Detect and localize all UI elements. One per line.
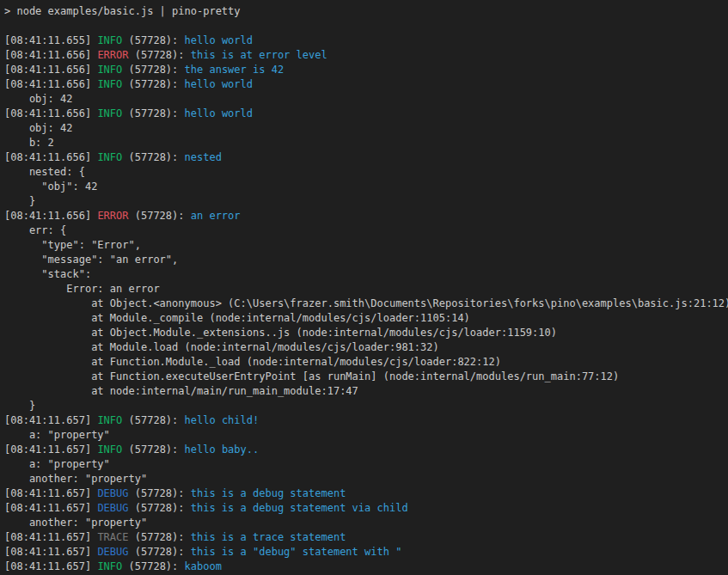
log-message: this is at error level xyxy=(191,49,327,61)
terminal-line: [08:41:11.657] DEBUG (57728): this is a … xyxy=(4,486,728,501)
log-level-badge: INFO xyxy=(97,64,122,76)
log-text: (57728): xyxy=(129,502,191,514)
terminal-line: [08:41:11.657] TRACE (57728): this is a … xyxy=(4,530,728,545)
log-text: a: "property" xyxy=(4,458,110,470)
log-text: [08:41:11.656] xyxy=(4,78,97,90)
terminal-line: [08:41:11.657] INFO (57728): hello baby.… xyxy=(4,443,728,457)
terminal-line: err: { xyxy=(4,223,728,238)
log-message: nested xyxy=(185,151,222,163)
log-message: this is a debug statement xyxy=(191,487,346,499)
log-text: (57728): xyxy=(122,34,184,46)
log-text: [08:41:11.656] xyxy=(4,64,97,76)
shell-command-line: > node examples/basic.js | pino-pretty xyxy=(4,4,728,19)
log-text: [08:41:11.656] xyxy=(4,107,97,119)
log-message: this is a debug statement via child xyxy=(191,502,408,514)
log-text: (57728): xyxy=(122,64,184,76)
log-text: err: { xyxy=(4,224,66,236)
log-text: (57728): xyxy=(122,443,184,456)
terminal-line: at Function.executeUserEntryPoint [as ru… xyxy=(4,370,728,384)
log-text: (57728): xyxy=(129,531,191,543)
terminal-line: [08:41:11.657] DEBUG (57728): this is a … xyxy=(4,545,728,560)
terminal-line: [08:41:11.657] DEBUG (57728): this is a … xyxy=(4,501,728,516)
log-message: hello world xyxy=(185,34,253,46)
log-level-badge: INFO xyxy=(97,34,122,46)
terminal-line: [08:41:11.656] ERROR (57728): an error xyxy=(4,209,728,223)
log-text: (57728): xyxy=(129,210,191,222)
log-text: at Function.Module._load (node:internal/… xyxy=(4,356,501,368)
log-message: hello child! xyxy=(185,414,260,426)
log-text: [08:41:11.656] xyxy=(4,151,97,163)
log-text: nested: { xyxy=(4,166,85,178)
log-text: at Object.<anonymous> (C:\Users\frazer.s… xyxy=(4,297,728,309)
log-text: "stack": xyxy=(4,268,91,280)
log-message: this is a "debug" statement with " xyxy=(191,546,402,558)
terminal-line: } xyxy=(4,194,728,209)
terminal-line: a: "property" xyxy=(4,428,728,443)
log-level-badge: INFO xyxy=(97,414,122,426)
terminal-line: a: "property" xyxy=(4,457,728,472)
terminal-line: [08:41:11.657] INFO (57728): hello child… xyxy=(4,413,728,428)
log-text: [08:41:11.657] xyxy=(4,502,97,514)
log-text: [08:41:11.657] xyxy=(4,531,97,543)
log-text: [08:41:11.657] xyxy=(4,546,97,558)
log-level-badge: ERROR xyxy=(97,210,128,222)
log-text: } xyxy=(4,195,35,207)
terminal-line: at Module._compile (node:internal/module… xyxy=(4,311,728,326)
log-text: [08:41:11.657] xyxy=(4,487,97,499)
log-text: another: "property" xyxy=(4,473,147,485)
terminal-line: at Function.Module._load (node:internal/… xyxy=(4,355,728,370)
log-message: kaboom xyxy=(185,560,222,572)
log-text: at node:internal/main/run_main_module:17… xyxy=(4,385,358,397)
log-level-badge: INFO xyxy=(97,151,122,163)
terminal-line: at Object.Module._extensions..js (node:i… xyxy=(4,326,728,340)
terminal-line: b: 2 xyxy=(4,136,728,150)
terminal-line: obj: 42 xyxy=(4,92,728,107)
log-text: "message": "an error", xyxy=(4,254,178,266)
terminal-line: Error: an error xyxy=(4,282,728,297)
log-text: Error: an error xyxy=(4,283,160,295)
terminal-line: nested: { xyxy=(4,165,728,180)
log-message: the answer is 42 xyxy=(185,64,284,76)
terminal-line: [08:41:11.656] INFO (57728): the answer … xyxy=(4,63,728,77)
terminal-line: at Module.load (node:internal/modules/cj… xyxy=(4,340,728,355)
log-text: "type": "Error", xyxy=(4,239,141,251)
log-message: hello baby.. xyxy=(185,443,260,456)
terminal-line: [08:41:11.656] INFO (57728): hello world xyxy=(4,77,728,92)
log-text: > node examples/basic.js | pino-pretty xyxy=(4,5,241,17)
terminal-line: [08:41:11.657] INFO (57728): kaboom xyxy=(4,560,728,574)
log-text: (57728): xyxy=(122,414,184,426)
terminal-line: obj: 42 xyxy=(4,121,728,136)
log-text: (57728): xyxy=(122,151,184,163)
log-message: an error xyxy=(191,210,241,222)
terminal-line: another: "property" xyxy=(4,516,728,530)
terminal-line: "type": "Error", xyxy=(4,238,728,253)
log-text: b: 2 xyxy=(4,137,54,149)
terminal-line: [08:41:11.655] INFO (57728): hello world xyxy=(4,34,728,48)
log-text: [08:41:11.656] xyxy=(4,49,97,61)
log-text: obj: 42 xyxy=(4,122,72,134)
terminal[interactable]: > node examples/basic.js | pino-pretty [… xyxy=(0,0,728,575)
log-level-badge: INFO xyxy=(97,78,122,90)
log-text: [08:41:11.656] xyxy=(4,210,97,222)
log-text: (57728): xyxy=(122,107,184,119)
log-text: another: "property" xyxy=(4,517,147,529)
log-level-badge: TRACE xyxy=(97,531,128,543)
terminal-line: at Object.<anonymous> (C:\Users\frazer.s… xyxy=(4,297,728,311)
log-level-badge: INFO xyxy=(97,560,122,572)
terminal-output: > node examples/basic.js | pino-pretty [… xyxy=(4,4,728,574)
terminal-line: [08:41:11.656] ERROR (57728): this is at… xyxy=(4,48,728,63)
log-text: (57728): xyxy=(129,487,191,499)
terminal-line: "obj": 42 xyxy=(4,180,728,194)
terminal-line: "message": "an error", xyxy=(4,253,728,267)
log-message: this is a trace statement xyxy=(191,531,346,543)
terminal-line: [08:41:11.656] INFO (57728): nested xyxy=(4,150,728,165)
log-level-badge: DEBUG xyxy=(97,487,128,499)
log-level-badge: ERROR xyxy=(97,49,128,61)
log-text: "obj": 42 xyxy=(4,180,97,193)
log-text: } xyxy=(4,400,35,412)
log-text: (57728): xyxy=(122,560,184,572)
log-text: obj: 42 xyxy=(4,93,72,105)
log-text: at Function.executeUserEntryPoint [as ru… xyxy=(4,370,619,382)
log-message: hello world xyxy=(185,107,253,119)
terminal-line: } xyxy=(4,399,728,413)
